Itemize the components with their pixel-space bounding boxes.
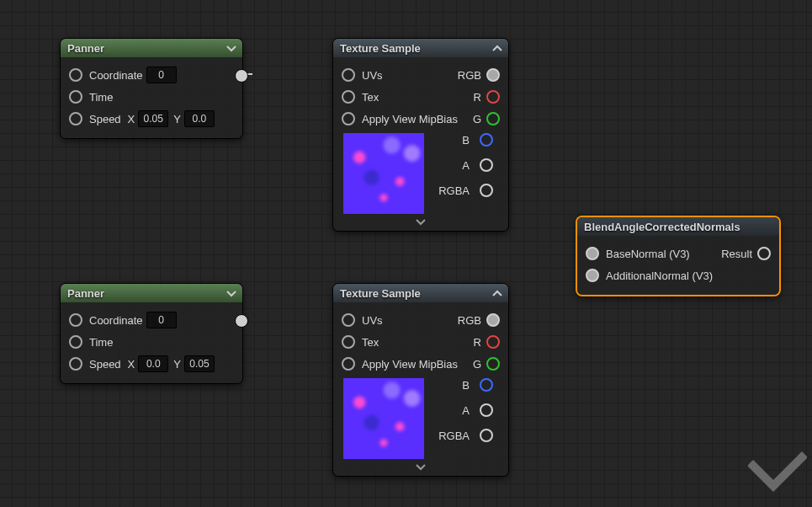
label-r: R	[474, 91, 481, 104]
pin-out[interactable]	[235, 314, 248, 328]
pin-out-a[interactable]	[480, 403, 493, 417]
label-tex: Tex	[362, 91, 379, 104]
pin-out-a[interactable]	[480, 158, 493, 172]
label-mip: Apply View MipBias	[362, 358, 458, 371]
label-y: Y	[173, 358, 181, 371]
label-uvs: UVs	[362, 314, 383, 327]
pin-in-coordinate[interactable]	[69, 68, 82, 82]
label-coordinate: Coordinate	[89, 314, 143, 327]
expand-down-icon[interactable]	[342, 216, 500, 227]
pin-out-r[interactable]	[486, 335, 500, 349]
label-r: R	[474, 336, 481, 349]
pin-out-result[interactable]	[757, 247, 771, 260]
label-uvs: UVs	[362, 69, 383, 82]
label-b: B	[462, 379, 470, 392]
pin-in-time[interactable]	[69, 335, 82, 349]
collapse-icon[interactable]	[226, 287, 237, 299]
label-rgb: RGB	[458, 69, 481, 82]
label-g: G	[473, 358, 481, 371]
pin-in-uvs[interactable]	[342, 313, 355, 327]
node-header[interactable]: Panner	[61, 284, 242, 302]
collapse-icon[interactable]	[491, 287, 503, 299]
label-x: X	[128, 113, 135, 125]
label-rgba: RGBA	[438, 184, 470, 197]
label-rgb: RGB	[458, 314, 481, 327]
watermark-icon	[748, 451, 807, 504]
node-header[interactable]: Panner	[61, 39, 242, 57]
collapse-icon[interactable]	[491, 42, 503, 54]
label-a: A	[462, 404, 470, 417]
node-header[interactable]: BlendAngleCorrectedNormals	[577, 217, 779, 236]
input-speed-y[interactable]: 0.0	[184, 110, 215, 127]
node-texture-sample-1[interactable]: Texture Sample UVs RGB Tex R Apply View …	[333, 39, 508, 231]
label-speed: Speed	[89, 113, 121, 125]
node-title: Texture Sample	[340, 42, 421, 55]
label-coordinate: Coordinate	[89, 69, 143, 82]
node-title: BlendAngleCorrectedNormals	[584, 221, 740, 233]
label-result: Result	[721, 248, 752, 260]
collapse-icon[interactable]	[226, 42, 237, 54]
pin-in-speed[interactable]	[69, 112, 82, 125]
label-time: Time	[89, 91, 113, 104]
pin-in-speed[interactable]	[69, 357, 82, 371]
pin-out-rgba[interactable]	[480, 429, 493, 442]
label-base-normal: BaseNormal (V3)	[606, 248, 690, 260]
pin-in-mip[interactable]	[342, 357, 355, 371]
input-speed-x[interactable]: 0.0	[138, 355, 168, 372]
pin-out-g[interactable]	[486, 112, 500, 125]
pin-in-base-normal[interactable]	[586, 247, 599, 260]
input-speed-x[interactable]: 0.05	[138, 110, 168, 127]
label-y: Y	[173, 113, 181, 125]
label-b: B	[462, 134, 470, 147]
label-additional-normal: AdditionalNormal (V3)	[606, 270, 713, 282]
label-speed: Speed	[89, 358, 121, 371]
node-title: Texture Sample	[340, 287, 421, 300]
texture-preview[interactable]	[343, 133, 424, 214]
input-coordinate-index[interactable]: 0	[146, 67, 177, 83]
label-g: G	[473, 113, 481, 125]
pin-out[interactable]	[235, 69, 248, 83]
label-x: X	[128, 358, 135, 371]
pin-in-uvs[interactable]	[342, 68, 355, 82]
node-header[interactable]: Texture Sample	[333, 39, 508, 57]
pin-in-tex[interactable]	[342, 335, 355, 349]
pin-in-time[interactable]	[69, 90, 82, 104]
pin-in-additional-normal[interactable]	[586, 269, 599, 282]
label-time: Time	[89, 336, 113, 349]
input-speed-y[interactable]: 0.05	[184, 355, 215, 372]
pin-out-rgba[interactable]	[480, 184, 493, 197]
pin-out-rgb[interactable]	[486, 313, 500, 327]
pin-out-b[interactable]	[480, 378, 493, 392]
node-title: Panner	[67, 287, 104, 300]
label-a: A	[462, 159, 470, 172]
pin-in-mip[interactable]	[342, 112, 355, 125]
node-blend-angle-corrected-normals[interactable]: BlendAngleCorrectedNormals BaseNormal (V…	[577, 217, 779, 295]
label-mip: Apply View MipBias	[362, 113, 458, 125]
pin-out-b[interactable]	[480, 133, 493, 147]
pin-out-r[interactable]	[486, 90, 500, 104]
pin-in-coordinate[interactable]	[69, 313, 82, 327]
node-panner-2[interactable]: Panner Coordinate 0 Time Speed X 0.0 Y 0…	[61, 284, 242, 383]
node-texture-sample-2[interactable]: Texture Sample UVs RGB Tex R Apply View …	[333, 284, 508, 476]
pin-out-g[interactable]	[486, 357, 500, 371]
expand-down-icon[interactable]	[342, 461, 500, 472]
label-tex: Tex	[362, 336, 379, 349]
node-title: Panner	[67, 42, 104, 55]
pin-in-tex[interactable]	[342, 90, 355, 104]
input-coordinate-index[interactable]: 0	[146, 312, 177, 328]
texture-preview[interactable]	[343, 378, 424, 459]
node-panner-1[interactable]: Panner Coordinate 0 Time Speed X 0.05 Y …	[61, 39, 242, 138]
node-header[interactable]: Texture Sample	[333, 284, 508, 302]
label-rgba: RGBA	[438, 430, 470, 442]
pin-out-rgb[interactable]	[486, 68, 500, 82]
